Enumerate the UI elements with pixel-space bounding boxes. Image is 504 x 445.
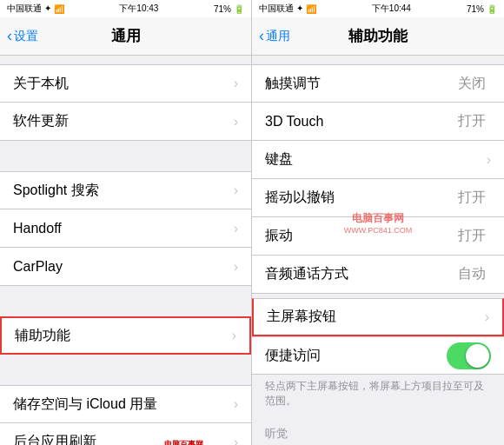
left-status-left: 中国联通 ✦ 📶 <box>7 3 64 15</box>
touch-adjustment-label: 触摸调节 <box>265 75 458 93</box>
list-item-audio-route[interactable]: 音频通话方式 自动 <box>252 256 504 294</box>
right-panel: 中国联通 ✦ 📶 下午10:44 71% 🔋 ‹ 通用 辅助功能 触摸调节 <box>252 0 504 445</box>
right-section-hearing: 听觉 助听设备 › LED 闪烁以示提醒 关闭 单声道音频 <box>252 422 504 445</box>
left-status-bar: 中国联通 ✦ 📶 下午10:43 71% 🔋 <box>0 0 251 17</box>
left-status-right: 71% 🔋 <box>214 4 244 14</box>
reachability-toggle[interactable] <box>447 342 491 369</box>
reachability-toggle-thumb <box>466 344 489 368</box>
list-item-about[interactable]: 关于本机 › <box>0 64 251 103</box>
accessibility-label: 辅助功能 <box>15 327 232 345</box>
list-item-shake-undo[interactable]: 摇动以撤销 打开 <box>252 179 504 217</box>
3d-touch-label: 3D Touch <box>265 114 458 130</box>
list-item-storage[interactable]: 储存空间与 iCloud 用量 › <box>0 385 251 423</box>
touch-adjustment-value: 关闭 <box>458 75 486 93</box>
list-item-3d-touch[interactable]: 3D Touch 打开 <box>252 103 504 141</box>
right-section-home-button: 主屏幕按钮 › <box>252 298 504 336</box>
background-refresh-chevron-icon: › <box>234 435 238 446</box>
right-back-chevron-icon: ‹ <box>259 27 264 45</box>
right-time: 下午10:44 <box>372 3 411 15</box>
left-back-button[interactable]: ‹ 设置 <box>7 27 38 45</box>
audio-route-value: 自动 <box>458 265 486 283</box>
left-section-3: 辅助功能 › <box>0 316 251 355</box>
list-item-reachability[interactable]: 便捷访问 <box>252 336 504 375</box>
right-nav-title: 辅助功能 <box>348 26 408 46</box>
3d-touch-value: 打开 <box>458 112 486 130</box>
home-button-chevron-icon: › <box>485 309 489 325</box>
right-carrier: 中国联通 ✦ <box>259 3 303 15</box>
right-section-reachability: 便捷访问 <box>252 336 504 375</box>
right-battery: 71% <box>467 4 484 14</box>
list-item-background-refresh[interactable]: 后台应用刷新 电脑百事网WWW.PC841.COM › <box>0 423 251 445</box>
shake-undo-value: 打开 <box>458 189 486 207</box>
left-nav-bar: ‹ 设置 通用 <box>0 17 251 56</box>
storage-chevron-icon: › <box>234 396 238 412</box>
left-back-label: 设置 <box>14 29 38 44</box>
right-battery-icon: 🔋 <box>487 4 497 14</box>
list-item-vibration[interactable]: 振动 打开 <box>252 217 504 256</box>
software-update-label: 软件更新 <box>13 112 234 130</box>
right-nav-bar: ‹ 通用 辅助功能 <box>252 17 504 56</box>
hearing-header-label: 听觉 <box>265 426 491 442</box>
left-battery-icon: 🔋 <box>234 4 244 14</box>
about-label: 关于本机 <box>13 75 234 93</box>
handoff-label: Handoff <box>13 221 234 236</box>
left-battery: 71% <box>214 4 231 14</box>
software-update-chevron-icon: › <box>234 114 238 130</box>
list-item-hearing-header: 听觉 <box>252 422 504 445</box>
list-item-touch-adjustment[interactable]: 触摸调节 关闭 <box>252 64 504 103</box>
list-item-spotlight[interactable]: Spotlight 搜索 › <box>0 171 251 209</box>
right-scroll-area[interactable]: 触摸调节 关闭 3D Touch 打开 键盘 › 摇动以撤销 打开 振动 打 <box>252 56 504 445</box>
list-item-accessibility[interactable]: 辅助功能 › <box>0 316 251 355</box>
storage-label: 储存空间与 iCloud 用量 <box>13 395 234 414</box>
list-item-home-button[interactable]: 主屏幕按钮 › <box>252 298 504 336</box>
left-nav-title: 通用 <box>111 26 141 46</box>
keyboard-chevron-icon: › <box>487 152 491 168</box>
vibration-label: 振动 <box>265 227 458 245</box>
list-item-software-update[interactable]: 软件更新 › <box>0 103 251 141</box>
left-section-1: 关于本机 › 软件更新 › <box>0 64 251 141</box>
spotlight-label: Spotlight 搜索 <box>13 182 234 200</box>
keyboard-label: 键盘 <box>265 150 487 169</box>
background-refresh-label: 后台应用刷新 <box>13 433 234 445</box>
right-status-bar: 中国联通 ✦ 📶 下午10:44 71% 🔋 <box>252 0 504 17</box>
right-back-button[interactable]: ‹ 通用 <box>259 27 290 45</box>
list-item-carplay[interactable]: CarPlay › <box>0 248 251 286</box>
home-button-label: 主屏幕按钮 <box>267 308 485 326</box>
carplay-label: CarPlay <box>13 259 234 275</box>
about-chevron-icon: › <box>234 76 238 91</box>
left-carrier: 中国联通 ✦ <box>7 3 51 15</box>
reachability-helper: 轻点两下主屏幕按钮，将屏幕上方项目拉至可及范围。 <box>252 375 504 417</box>
right-status-left: 中国联通 ✦ 📶 <box>259 3 316 15</box>
carplay-chevron-icon: › <box>234 259 238 275</box>
left-panel: 中国联通 ✦ 📶 下午10:43 71% 🔋 ‹ 设置 通用 关于本机 › 软件… <box>0 0 251 445</box>
shake-undo-label: 摇动以撤销 <box>265 189 458 207</box>
vibration-value: 打开 <box>458 227 486 245</box>
right-status-right: 71% 🔋 <box>467 4 497 14</box>
handoff-chevron-icon: › <box>234 221 238 236</box>
right-wifi-icon: 📶 <box>306 4 316 14</box>
left-section-2: Spotlight 搜索 › Handoff › CarPlay › <box>0 171 251 286</box>
left-wifi-icon: 📶 <box>54 4 64 14</box>
left-time: 下午10:43 <box>119 3 158 15</box>
spotlight-chevron-icon: › <box>234 183 238 198</box>
accessibility-chevron-icon: › <box>232 328 236 343</box>
list-item-keyboard[interactable]: 键盘 › <box>252 141 504 179</box>
right-panel-wrapper: 中国联通 ✦ 📶 下午10:44 71% 🔋 ‹ 通用 辅助功能 触摸调节 <box>252 0 504 445</box>
left-scroll-area[interactable]: 关于本机 › 软件更新 › Spotlight 搜索 › Handoff › C… <box>0 56 251 445</box>
right-section-1: 触摸调节 关闭 3D Touch 打开 键盘 › 摇动以撤销 打开 振动 打 <box>252 64 504 294</box>
right-back-label: 通用 <box>266 29 290 44</box>
audio-route-label: 音频通话方式 <box>265 265 458 283</box>
list-item-handoff[interactable]: Handoff › <box>0 209 251 248</box>
left-section-4: 储存空间与 iCloud 用量 › 后台应用刷新 电脑百事网WWW.PC841.… <box>0 385 251 445</box>
left-back-chevron-icon: ‹ <box>7 27 12 45</box>
reachability-label: 便捷访问 <box>265 347 447 365</box>
